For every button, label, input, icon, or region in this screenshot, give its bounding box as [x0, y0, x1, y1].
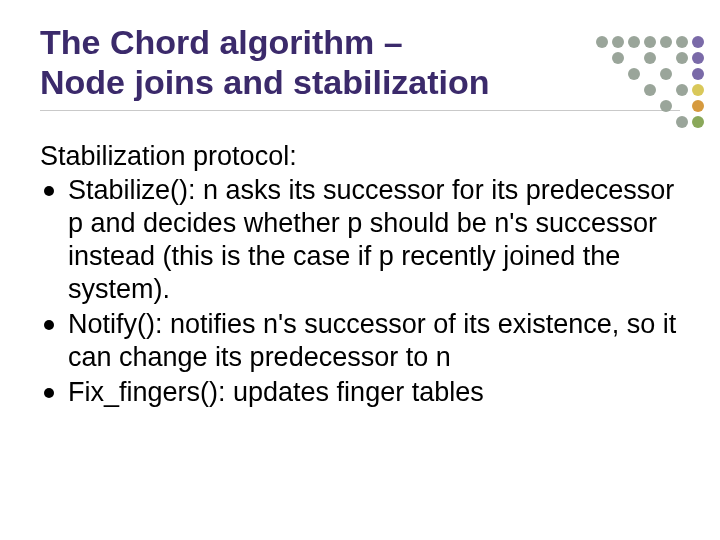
- list-item: Notify(): notifies n's successor of its …: [40, 308, 680, 374]
- slide: The Chord algorithm – Node joins and sta…: [0, 0, 720, 540]
- subheading: Stabilization protocol:: [40, 141, 680, 172]
- bullet-text: Stabilize(): n asks its successor for it…: [68, 175, 674, 304]
- bullet-text: Fix_fingers(): updates finger tables: [68, 377, 484, 407]
- decorative-dots: [596, 36, 704, 128]
- slide-title: The Chord algorithm – Node joins and sta…: [40, 22, 680, 111]
- list-item: Fix_fingers(): updates finger tables: [40, 376, 680, 409]
- title-line-2: Node joins and stabilization: [40, 63, 490, 101]
- list-item: Stabilize(): n asks its successor for it…: [40, 174, 680, 306]
- bullet-text: Notify(): notifies n's successor of its …: [68, 309, 676, 372]
- title-line-1: The Chord algorithm –: [40, 23, 403, 61]
- bullet-list: Stabilize(): n asks its successor for it…: [40, 174, 680, 409]
